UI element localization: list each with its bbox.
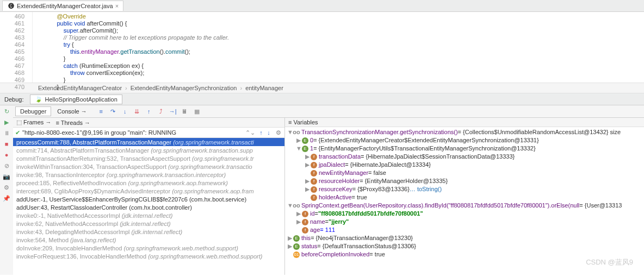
prev-frame-icon[interactable]: ↑ bbox=[257, 129, 265, 136]
stack-frame[interactable]: invoke:62, NativeMethodAccessorImpl (jdk… bbox=[13, 219, 284, 228]
tab-console[interactable]: Console → bbox=[52, 106, 91, 116]
stack-frame[interactable]: commit:714, AbstractPlatformTransactionM… bbox=[13, 146, 284, 154]
stack-frame[interactable]: intercept:689, CglibAopProxy$DynamicAdvi… bbox=[13, 187, 284, 195]
drop-frame-icon[interactable]: ⤴ bbox=[157, 108, 165, 115]
variables-pane: ≡ Variables ▼oo TransactionSynchronizati… bbox=[285, 118, 644, 275]
thread-selector[interactable]: ✔ "http-nio-8080-exec-1"@9,196 in group … bbox=[13, 128, 284, 138]
check-icon: ✔ bbox=[15, 129, 20, 136]
debug-panel: ↻ ▶ ⏸ ■ ● ⊘ 📷 ⚙ 📌 Debugger Console → ≡ ↷… bbox=[0, 105, 644, 275]
stack-frame[interactable]: invoke:98, TransactionInterceptor (org.s… bbox=[13, 171, 284, 179]
frames-pane: ⬚ Frames → ≡ Threads → ✔ "http-nio-8080-… bbox=[13, 118, 285, 275]
line-gutter: 460461462 463464465 466467468 469470 bbox=[0, 12, 33, 83]
stack-frame[interactable]: proceed:185, ReflectiveMethodInvocation … bbox=[13, 179, 284, 187]
resume-icon[interactable]: ▶ bbox=[3, 118, 10, 126]
debug-side-toolbar: ↻ ▶ ⏸ ■ ● ⊘ 📷 ⚙ 📌 bbox=[0, 105, 13, 275]
crumb[interactable]: ExtendedEntityManagerSynchronization bbox=[131, 85, 237, 91]
run-config-name: HelloSpringBootApplication bbox=[45, 96, 117, 103]
stack-frame[interactable]: invoke:43, DelegatingMethodAccessorImpl … bbox=[13, 228, 284, 236]
stack-frame[interactable]: invokeForRequest:136, InvocableHandlerMe… bbox=[13, 252, 284, 260]
file-tab-label: ExtendedEntityManagerCreator.java bbox=[17, 3, 113, 9]
run-config-tab[interactable]: 🍃 HelloSpringBootApplication bbox=[30, 95, 122, 104]
debug-header: Debug: 🍃 HelloSpringBootApplication bbox=[0, 93, 644, 105]
stack-frame[interactable]: invokeWithinTransaction:304, Transaction… bbox=[13, 162, 284, 171]
mute-breakpoints-icon[interactable]: ⊘ bbox=[3, 162, 10, 169]
crumb[interactable]: entityManager bbox=[245, 85, 283, 91]
camera-icon[interactable]: 📷 bbox=[3, 173, 10, 180]
code-body: @Override public void afterCommit() { su… bbox=[33, 12, 229, 83]
spring-icon: 🍃 bbox=[35, 96, 42, 103]
class-icon: 🅒 bbox=[7, 2, 15, 10]
stack-frame[interactable]: invoke:564, Method (java.lang.reflect) bbox=[13, 236, 284, 244]
settings-icon[interactable]: ⚙ bbox=[3, 184, 10, 191]
variables-tree[interactable]: ▼oo TransactionSynchronizationManager.ge… bbox=[285, 127, 644, 275]
stack-frame[interactable]: processCommit:788, AbstractPlatformTrans… bbox=[13, 138, 284, 146]
vars-label: ≡ Variables bbox=[288, 119, 318, 125]
pin-icon[interactable]: 📌 bbox=[3, 194, 10, 202]
trace-icon[interactable]: ▦ bbox=[193, 108, 201, 115]
debug-tabs: Debugger Console → ≡ ↷ ↓ ⇊ ↑ ⤴ →| 🖩 ▦ bbox=[13, 105, 644, 117]
threads-tab[interactable]: ≡ Threads → bbox=[55, 119, 90, 126]
code-editor[interactable]: 460461462 463464465 466467468 469470 @Ov… bbox=[0, 12, 644, 83]
stack-frame[interactable]: doInvoke:209, InvocableHandlerMethod (or… bbox=[13, 244, 284, 252]
stack-frame[interactable]: addUser:43, RestartClassloaderController… bbox=[13, 203, 284, 211]
stop-icon[interactable]: ■ bbox=[3, 140, 10, 148]
editor-tabs: 🅒 ExtendedEntityManagerCreator.java × bbox=[0, 0, 644, 12]
spinner-icon[interactable]: ⌃⌄ bbox=[245, 129, 255, 136]
pause-icon[interactable]: ⏸ bbox=[3, 129, 10, 137]
frames-tab[interactable]: ⬚ Frames → bbox=[16, 119, 51, 126]
breadcrumb[interactable]: ExtendedEntityManagerCreator› ExtendedEn… bbox=[0, 83, 644, 93]
run-to-cursor-icon[interactable]: →| bbox=[169, 108, 177, 115]
force-step-into-icon[interactable]: ⇊ bbox=[133, 108, 141, 115]
tab-debugger[interactable]: Debugger bbox=[15, 106, 51, 116]
frame-list[interactable]: processCommit:788, AbstractPlatformTrans… bbox=[13, 138, 284, 275]
view-breakpoints-icon[interactable]: ● bbox=[3, 151, 10, 159]
next-frame-icon[interactable]: ↓ bbox=[265, 129, 273, 136]
stack-frame[interactable]: commitTransactionAfterReturning:532, Tra… bbox=[13, 154, 284, 162]
filter-icon[interactable]: ⚙ bbox=[275, 129, 282, 136]
stack-frame[interactable]: addUser:-1, UserService$$EnhancerBySprin… bbox=[13, 195, 284, 203]
tostring-link[interactable]: … toString() bbox=[410, 185, 442, 193]
evaluate-icon[interactable]: 🖩 bbox=[181, 108, 189, 115]
file-tab[interactable]: 🅒 ExtendedEntityManagerCreator.java × bbox=[2, 1, 123, 11]
rerun-icon[interactable]: ↻ bbox=[3, 108, 10, 115]
thread-name: "http-nio-8080-exec-1"@9,196 in group "m… bbox=[22, 129, 245, 136]
crumb[interactable]: ExtendedEntityManagerCreator bbox=[38, 85, 122, 91]
watermark: CSDN @蓝风9 bbox=[586, 257, 633, 267]
step-into-icon[interactable]: ↓ bbox=[121, 108, 129, 115]
debug-label: Debug: bbox=[4, 96, 23, 103]
step-over-icon[interactable]: ↷ bbox=[109, 108, 117, 115]
close-icon[interactable]: × bbox=[115, 3, 119, 9]
show-exec-icon[interactable]: ≡ bbox=[97, 108, 105, 115]
stack-frame[interactable]: invoke0:-1, NativeMethodAccessorImpl (jd… bbox=[13, 211, 284, 219]
step-out-icon[interactable]: ↑ bbox=[145, 108, 153, 115]
